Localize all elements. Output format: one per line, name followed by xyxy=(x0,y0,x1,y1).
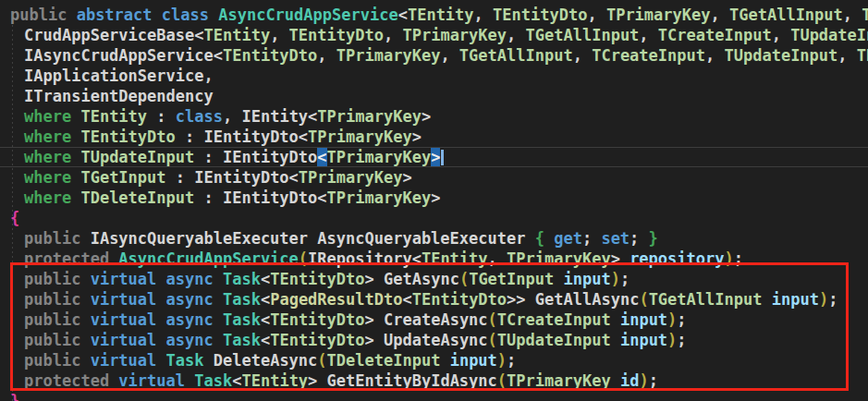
code-token: Task xyxy=(223,270,261,288)
code-line-20[interactable]: } xyxy=(0,391,868,401)
code-token: ( xyxy=(299,249,308,268)
code-line-14[interactable]: public virtual async Task<TEntityDto> Ge… xyxy=(0,269,868,289)
code-token: T xyxy=(862,6,868,24)
code-token: > xyxy=(431,188,440,207)
code-token: , xyxy=(488,249,507,268)
code-token: TEntity xyxy=(408,6,474,24)
code-token: AsyncCrudAppService xyxy=(118,249,298,268)
code-token: , IEntity< xyxy=(223,107,317,126)
code-line-11[interactable]: { xyxy=(0,208,868,228)
code-token: public xyxy=(24,290,91,309)
code-token: input xyxy=(620,331,667,349)
code-line-5[interactable]: ITransientDependency xyxy=(0,86,868,106)
code-token: ; xyxy=(507,351,516,370)
code-token xyxy=(611,310,620,329)
code-token: , xyxy=(705,46,724,65)
code-token: , xyxy=(587,6,605,24)
code-token: public xyxy=(10,6,77,24)
code-line-13[interactable]: protected AsyncCrudAppService(IRepositor… xyxy=(0,249,868,269)
code-token: get xyxy=(554,229,582,248)
code-token: ( xyxy=(488,310,497,329)
code-token: ( xyxy=(317,351,326,370)
code-token: , xyxy=(317,46,336,65)
code-token: class xyxy=(176,107,223,126)
code-line-4[interactable]: IApplicationService, xyxy=(0,66,868,86)
code-token: ITransientDependency xyxy=(24,87,214,105)
code-token: > GetAsync xyxy=(365,270,459,288)
code-token: where xyxy=(24,188,80,207)
code-token: ) xyxy=(667,331,677,349)
code-line-current[interactable]: where TUpdateInput : IEntityDto<TPrimary… xyxy=(0,147,868,167)
bracket-match-highlight: < xyxy=(317,148,326,166)
code-token: TPrimaryKey xyxy=(336,46,441,65)
code-token: TEntityDto xyxy=(223,46,317,65)
code-token: : IEntityDto< xyxy=(166,168,299,187)
code-token: : xyxy=(147,107,176,126)
code-token: TGetAllInput xyxy=(526,26,640,44)
code-token: TPrimaryKey xyxy=(606,6,711,24)
code-token: ) xyxy=(724,249,733,268)
code-line-12[interactable]: public IAsyncQueryableExecuter AsyncQuer… xyxy=(0,228,868,249)
code-token: TUpdateIn xyxy=(790,26,868,44)
code-token: ; xyxy=(620,270,630,288)
code-token: TEntityDto xyxy=(80,128,175,146)
code-line-7[interactable]: where TEntityDto : IEntityDto<TPrimaryKe… xyxy=(0,127,868,147)
code-line-3[interactable]: IAsyncCrudAppService<TEntityDto, TPrimar… xyxy=(0,45,868,66)
text-cursor xyxy=(441,150,444,165)
code-token: < xyxy=(232,371,241,390)
code-token: TGetInput xyxy=(469,270,554,288)
code-token: > xyxy=(402,168,411,187)
code-token: ( xyxy=(497,371,507,390)
code-token: public xyxy=(24,351,91,370)
code-token: > CreateAsync xyxy=(365,310,488,329)
code-token: TCreateInput xyxy=(658,26,772,44)
code-token: AsyncCrudAppService xyxy=(218,6,397,24)
code-token: < xyxy=(261,310,270,329)
code-editor[interactable]: public abstract class AsyncCrudAppServic… xyxy=(0,0,868,401)
code-line-16[interactable]: public virtual async Task<TEntityDto> Cr… xyxy=(0,310,868,330)
code-line-10[interactable]: where TDeleteInput : IEntityDto<TPrimary… xyxy=(0,188,868,208)
code-line-9[interactable]: where TGetInput : IEntityDto<TPrimaryKey… xyxy=(0,167,868,188)
code-token: TDeleteInput xyxy=(80,188,194,207)
code-token: TPrimaryKey xyxy=(402,26,507,44)
code-token: TEntity xyxy=(422,249,488,268)
code-token: Task xyxy=(166,351,204,370)
code-token: where xyxy=(24,128,80,146)
code-token: virtual xyxy=(91,270,166,288)
code-token: TUpdateInput xyxy=(724,46,837,65)
code-line-15[interactable]: public virtual async Task<PagedResultDto… xyxy=(0,289,868,310)
code-token: ) xyxy=(639,371,648,390)
code-token: : IEntityDto xyxy=(194,148,317,166)
code-token: TGetAllInput xyxy=(729,6,843,24)
code-token: input xyxy=(620,310,667,329)
code-token xyxy=(440,351,449,370)
code-token: virtual xyxy=(91,331,166,349)
code-token: repository xyxy=(630,249,724,268)
code-token: TCreateInput xyxy=(592,46,705,65)
code-line-6[interactable]: where TEntity : class, IEntity<TPrimaryK… xyxy=(0,106,868,127)
code-token: TGetAllInput xyxy=(459,46,573,65)
code-token: TEntityDto xyxy=(412,290,507,309)
code-token: TEntity xyxy=(80,107,147,126)
code-token: ; xyxy=(582,229,601,248)
code-token: ) xyxy=(667,310,677,329)
code-line-18[interactable]: public virtual Task DeleteAsync(TDeleteI… xyxy=(0,350,868,371)
code-token: TUpdateInput xyxy=(497,331,611,349)
code-token: TGetAllInput xyxy=(649,290,763,309)
code-token: TEntity xyxy=(241,371,308,390)
code-line-17[interactable]: public virtual async Task<TEntityDto> Up… xyxy=(0,330,868,350)
code-line-2[interactable]: CrudAppServiceBase<TEntity, TEntityDto, … xyxy=(0,25,868,45)
code-line-1[interactable]: public abstract class AsyncCrudAppServic… xyxy=(0,5,868,25)
code-line-19[interactable]: protected virtual Task<TEntity> GetEntit… xyxy=(0,371,868,391)
code-token: : IEntityDto< xyxy=(176,128,308,146)
code-token: , xyxy=(772,26,790,44)
code-token: TEntityDto xyxy=(270,331,364,349)
code-token: } xyxy=(10,392,19,401)
code-token: IAsyncCrudAppService< xyxy=(24,46,223,65)
code-token: ; xyxy=(630,229,648,248)
code-token: input xyxy=(450,351,497,370)
code-token: ( xyxy=(488,331,497,349)
code-token: TCreateInput xyxy=(497,310,611,329)
code-token: ( xyxy=(459,270,469,288)
code-token: public xyxy=(24,270,91,288)
